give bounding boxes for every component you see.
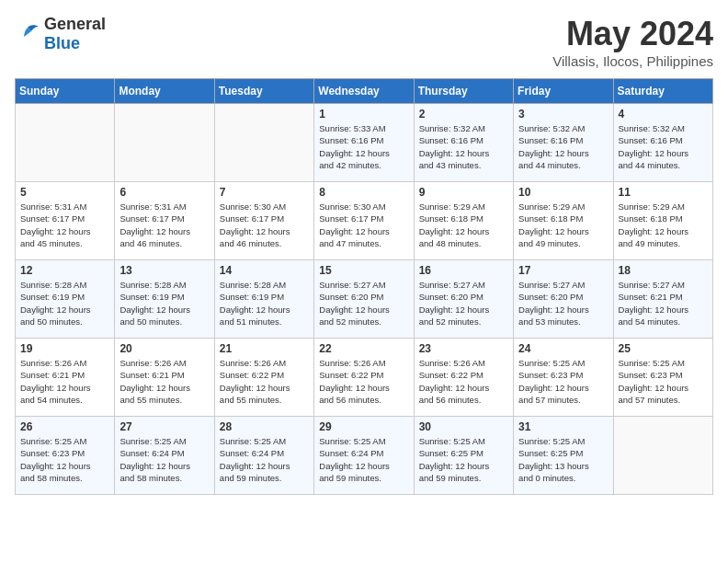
day-number: 22	[319, 342, 408, 355]
logo-text: General Blue	[44, 15, 106, 53]
day-header-friday: Friday	[514, 79, 613, 104]
day-info: Sunrise: 5:26 AM Sunset: 6:21 PM Dayligh…	[20, 357, 109, 406]
day-number: 27	[119, 420, 209, 433]
day-number: 4	[619, 108, 708, 121]
day-header-sunday: Sunday	[16, 79, 115, 104]
day-number: 7	[220, 186, 309, 199]
day-info: Sunrise: 5:29 AM Sunset: 6:18 PM Dayligh…	[619, 201, 708, 249]
calendar-cell	[16, 104, 115, 182]
calendar-cell: 31Sunrise: 5:25 AM Sunset: 6:25 PM Dayli…	[514, 417, 613, 495]
day-number: 14	[220, 264, 309, 277]
day-number: 13	[119, 264, 209, 277]
day-info: Sunrise: 5:25 AM Sunset: 6:25 PM Dayligh…	[419, 435, 508, 484]
calendar-cell: 21Sunrise: 5:26 AM Sunset: 6:22 PM Dayli…	[214, 339, 313, 417]
calendar-cell: 26Sunrise: 5:25 AM Sunset: 6:23 PM Dayli…	[16, 417, 115, 495]
calendar-cell: 4Sunrise: 5:32 AM Sunset: 6:16 PM Daylig…	[613, 104, 712, 182]
calendar-cell: 18Sunrise: 5:27 AM Sunset: 6:21 PM Dayli…	[613, 260, 712, 339]
day-info: Sunrise: 5:27 AM Sunset: 6:20 PM Dayligh…	[419, 279, 508, 327]
logo-bird-icon	[15, 24, 40, 44]
day-number: 20	[119, 342, 209, 355]
day-info: Sunrise: 5:26 AM Sunset: 6:22 PM Dayligh…	[419, 357, 508, 406]
calendar-cell: 10Sunrise: 5:29 AM Sunset: 6:18 PM Dayli…	[514, 182, 613, 260]
day-number: 25	[619, 342, 708, 355]
calendar-cell: 14Sunrise: 5:28 AM Sunset: 6:19 PM Dayli…	[214, 260, 313, 339]
calendar-cell	[613, 417, 712, 495]
day-info: Sunrise: 5:26 AM Sunset: 6:22 PM Dayligh…	[220, 357, 309, 406]
calendar-cell: 3Sunrise: 5:32 AM Sunset: 6:16 PM Daylig…	[514, 104, 613, 182]
month-title: May 2024	[552, 15, 713, 53]
calendar-cell: 24Sunrise: 5:25 AM Sunset: 6:23 PM Dayli…	[514, 339, 613, 417]
day-header-monday: Monday	[115, 79, 214, 104]
calendar-cell: 22Sunrise: 5:26 AM Sunset: 6:22 PM Dayli…	[314, 339, 414, 417]
calendar-cell: 15Sunrise: 5:27 AM Sunset: 6:20 PM Dayli…	[314, 260, 414, 339]
calendar-cell: 19Sunrise: 5:26 AM Sunset: 6:21 PM Dayli…	[16, 339, 115, 417]
calendar-cell: 6Sunrise: 5:31 AM Sunset: 6:17 PM Daylig…	[115, 182, 214, 260]
day-info: Sunrise: 5:30 AM Sunset: 6:17 PM Dayligh…	[220, 201, 309, 249]
day-number: 6	[119, 186, 209, 199]
day-number: 21	[220, 342, 309, 355]
day-number: 23	[419, 342, 508, 355]
calendar-cell: 12Sunrise: 5:28 AM Sunset: 6:19 PM Dayli…	[16, 260, 115, 339]
calendar-week-2: 5Sunrise: 5:31 AM Sunset: 6:17 PM Daylig…	[16, 182, 713, 260]
day-info: Sunrise: 5:25 AM Sunset: 6:24 PM Dayligh…	[119, 435, 209, 484]
day-info: Sunrise: 5:32 AM Sunset: 6:16 PM Dayligh…	[419, 122, 508, 171]
day-number: 24	[518, 342, 608, 355]
calendar-cell: 16Sunrise: 5:27 AM Sunset: 6:20 PM Dayli…	[414, 260, 513, 339]
calendar-week-1: 1Sunrise: 5:33 AM Sunset: 6:16 PM Daylig…	[16, 104, 713, 182]
day-info: Sunrise: 5:32 AM Sunset: 6:16 PM Dayligh…	[619, 122, 708, 171]
calendar-cell: 28Sunrise: 5:25 AM Sunset: 6:24 PM Dayli…	[214, 417, 313, 495]
calendar-cell: 25Sunrise: 5:25 AM Sunset: 6:23 PM Dayli…	[613, 339, 712, 417]
day-number: 17	[518, 264, 608, 277]
location-subtitle: Villasis, Ilocos, Philippines	[552, 53, 713, 69]
day-info: Sunrise: 5:31 AM Sunset: 6:17 PM Dayligh…	[20, 201, 109, 249]
day-number: 12	[20, 264, 109, 277]
calendar-cell: 1Sunrise: 5:33 AM Sunset: 6:16 PM Daylig…	[314, 104, 414, 182]
day-header-tuesday: Tuesday	[214, 79, 313, 104]
day-number: 15	[319, 264, 408, 277]
day-number: 3	[518, 108, 608, 121]
day-info: Sunrise: 5:33 AM Sunset: 6:16 PM Dayligh…	[319, 122, 408, 171]
calendar-cell	[115, 104, 214, 182]
day-info: Sunrise: 5:32 AM Sunset: 6:16 PM Dayligh…	[518, 122, 608, 171]
calendar-cell: 2Sunrise: 5:32 AM Sunset: 6:16 PM Daylig…	[414, 104, 513, 182]
day-info: Sunrise: 5:28 AM Sunset: 6:19 PM Dayligh…	[220, 279, 309, 327]
day-number: 29	[319, 420, 408, 433]
logo: General Blue	[15, 15, 106, 53]
day-info: Sunrise: 5:25 AM Sunset: 6:23 PM Dayligh…	[20, 435, 109, 484]
calendar-week-5: 26Sunrise: 5:25 AM Sunset: 6:23 PM Dayli…	[16, 417, 713, 495]
calendar-cell: 27Sunrise: 5:25 AM Sunset: 6:24 PM Dayli…	[115, 417, 214, 495]
day-number: 28	[220, 420, 309, 433]
day-info: Sunrise: 5:26 AM Sunset: 6:22 PM Dayligh…	[319, 357, 408, 406]
day-number: 10	[518, 186, 608, 199]
day-info: Sunrise: 5:30 AM Sunset: 6:17 PM Dayligh…	[319, 201, 408, 249]
calendar-cell: 8Sunrise: 5:30 AM Sunset: 6:17 PM Daylig…	[314, 182, 414, 260]
calendar-cell: 30Sunrise: 5:25 AM Sunset: 6:25 PM Dayli…	[414, 417, 513, 495]
day-number: 9	[419, 186, 508, 199]
calendar-cell: 17Sunrise: 5:27 AM Sunset: 6:20 PM Dayli…	[514, 260, 613, 339]
day-info: Sunrise: 5:25 AM Sunset: 6:25 PM Dayligh…	[518, 435, 608, 484]
calendar-header-row: SundayMondayTuesdayWednesdayThursdayFrid…	[16, 79, 713, 104]
calendar-cell	[214, 104, 313, 182]
day-number: 8	[319, 186, 408, 199]
calendar-cell: 23Sunrise: 5:26 AM Sunset: 6:22 PM Dayli…	[414, 339, 513, 417]
calendar-cell: 11Sunrise: 5:29 AM Sunset: 6:18 PM Dayli…	[613, 182, 712, 260]
day-info: Sunrise: 5:28 AM Sunset: 6:19 PM Dayligh…	[119, 279, 209, 327]
calendar-cell: 5Sunrise: 5:31 AM Sunset: 6:17 PM Daylig…	[16, 182, 115, 260]
day-number: 18	[619, 264, 708, 277]
day-number: 16	[419, 264, 508, 277]
day-info: Sunrise: 5:25 AM Sunset: 6:23 PM Dayligh…	[518, 357, 608, 406]
day-info: Sunrise: 5:27 AM Sunset: 6:21 PM Dayligh…	[619, 279, 708, 327]
day-info: Sunrise: 5:29 AM Sunset: 6:18 PM Dayligh…	[419, 201, 508, 249]
day-number: 31	[518, 420, 608, 433]
day-info: Sunrise: 5:28 AM Sunset: 6:19 PM Dayligh…	[20, 279, 109, 327]
day-info: Sunrise: 5:31 AM Sunset: 6:17 PM Dayligh…	[119, 201, 209, 249]
day-info: Sunrise: 5:25 AM Sunset: 6:23 PM Dayligh…	[619, 357, 708, 406]
day-info: Sunrise: 5:27 AM Sunset: 6:20 PM Dayligh…	[319, 279, 408, 327]
calendar-cell: 13Sunrise: 5:28 AM Sunset: 6:19 PM Dayli…	[115, 260, 214, 339]
day-number: 11	[619, 186, 708, 199]
calendar-week-4: 19Sunrise: 5:26 AM Sunset: 6:21 PM Dayli…	[16, 339, 713, 417]
title-block: May 2024 Villasis, Ilocos, Philippines	[552, 15, 713, 69]
day-header-wednesday: Wednesday	[314, 79, 414, 104]
calendar-body: 1Sunrise: 5:33 AM Sunset: 6:16 PM Daylig…	[16, 104, 713, 495]
calendar-cell: 9Sunrise: 5:29 AM Sunset: 6:18 PM Daylig…	[414, 182, 513, 260]
